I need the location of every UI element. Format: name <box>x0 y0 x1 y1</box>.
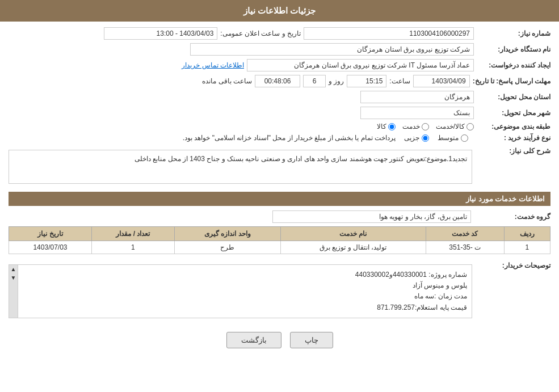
deadline-time-label: ساعت: <box>389 77 410 85</box>
description-label: شرح کلی نیاز: <box>477 145 550 155</box>
deadline-remaining-label: ساعت باقی مانده <box>202 77 252 85</box>
col-service-code: کد خدمت <box>426 227 504 241</box>
buyer-desc-label: توصیحات خریدار: <box>477 260 550 269</box>
process-label: نوع فرآیند خرید : <box>477 134 550 142</box>
cell-date: 1403/07/03 <box>9 241 92 254</box>
buyer-desc-row: توصیحات خریدار: ▲ ▼ شماره پروژه: 4403300… <box>9 260 550 323</box>
category-khedmat-item: خدمت <box>402 123 429 130</box>
buyer-desc-content-col: ▲ ▼ شماره پروژه: 440330001و440330002 پلو… <box>9 260 472 323</box>
main-content: شماره نیاز: 1103004106000297 تاریخ و ساع… <box>0 22 559 360</box>
buyer-desc-text: شماره پروژه: 440330001و440330002 پلوس و … <box>24 269 467 313</box>
scroll-down-icon[interactable]: ▼ <box>10 273 18 282</box>
process-jozii-radio[interactable] <box>422 134 429 142</box>
city-value: بستک <box>360 107 474 119</box>
buyer-org-value: شرکت توزیع نیروی برق استان هرمزگان <box>190 43 474 56</box>
creator-label: ایجاد کننده درخواست: <box>477 61 550 69</box>
province-row: استان محل تحویل: هرمزگان <box>9 91 550 103</box>
deadline-row: مهلت ارسال پاسخ: تا تاریخ: 1403/04/09 سا… <box>9 75 550 87</box>
deadline-remaining-value: 00:48:06 <box>255 75 300 87</box>
table-header-row: ردیف کد خدمت نام خدمت واحد اندازه گیری ت… <box>9 227 550 241</box>
button-row: چاپ بازگشت <box>9 326 550 354</box>
scroll-bar[interactable]: ▲ ▼ <box>9 265 18 318</box>
deadline-label: مهلت ارسال پاسخ: تا تاریخ: <box>473 77 550 85</box>
col-service-name: نام خدمت <box>280 227 426 241</box>
cell-service-name: تولید، انتقال و توزیع برق <box>280 241 426 254</box>
description-text: تجدید1.موضوع:تعویض کنتور جهت هوشمند سازی… <box>135 155 467 163</box>
print-button[interactable]: چاپ <box>290 332 333 348</box>
header-title: جزئیات اطلاعات نیاز <box>243 6 316 15</box>
creator-row: ایجاد کننده درخواست: عماد آذرسا مسئول IT… <box>9 59 550 71</box>
description-box: تجدید1.موضوع:تعویض کنتور جهت هوشمند سازی… <box>9 150 472 184</box>
contact-link[interactable]: اطلاعات تماس خریدار <box>182 61 244 69</box>
date-label: تاریخ و ساعت اعلان عمومی: <box>220 29 301 37</box>
deadline-days-label: روز و <box>329 77 344 85</box>
city-row: شهر محل تحویل: بستک <box>9 107 550 119</box>
category-label: طبقه بندی موضوعی: <box>477 123 550 130</box>
process-description: پرداخت تمام یا بخشی از مبلغ خریدار از مح… <box>9 134 396 142</box>
service-section-title: اطلاعات خدمات مورد نیاز <box>9 192 550 206</box>
deadline-days-value: 6 <box>303 75 326 87</box>
category-khedmat-label: خدمت <box>402 123 420 130</box>
buyer-description-box: ▲ ▼ شماره پروژه: 440330001و440330002 پلو… <box>9 264 472 318</box>
service-group-value: تامین برق، گاز، بخار و تهویه هوا <box>272 210 471 223</box>
city-label: شهر محل تحویل: <box>477 109 550 117</box>
col-unit: واحد اندازه گیری <box>174 227 280 241</box>
deadline-date-value: 1403/04/09 <box>413 75 470 87</box>
process-motavaset-label: متوسط <box>438 134 459 142</box>
service-group-row: گروه خدمت: تامین برق، گاز، بخار و تهویه … <box>9 210 550 223</box>
buyer-org-label: نام دستگاه خریدار: <box>477 45 550 53</box>
col-quantity: تعداد / مقدار <box>91 227 174 241</box>
service-group-label: گروه خدمت: <box>477 213 550 221</box>
need-number-label: شماره نیاز: <box>477 29 550 37</box>
back-button[interactable]: بازگشت <box>226 332 281 348</box>
category-kala-khedmat-label: کالا/خدمت <box>436 123 465 130</box>
category-row: طبقه بندی موضوعی: کالا/خدمت خدمت کالا <box>9 123 550 130</box>
creator-value: عماد آذرسا مسئول IT شرکت توزیع نیروی برق… <box>247 59 474 71</box>
buyer-desc-line1: شماره پروژه: 440330001و440330002 <box>24 269 467 280</box>
cell-service-code: ت -35-351 <box>426 241 504 254</box>
col-date: تاریخ نیاز <box>9 227 92 241</box>
category-kala-item: کالا <box>377 123 396 130</box>
buyer-desc-line3: مدت زمان :سه ماه <box>24 291 467 302</box>
category-kala-radio[interactable] <box>388 123 396 130</box>
cell-quantity: 1 <box>91 241 174 254</box>
page-wrapper: جزئیات اطلاعات نیاز شماره نیاز: 11030041… <box>0 0 559 392</box>
process-motavaset-item: متوسط <box>438 134 468 142</box>
category-kala-label: کالا <box>377 123 386 130</box>
scroll-up-icon[interactable]: ▲ <box>10 265 18 273</box>
deadline-time-value: 15:15 <box>347 75 386 87</box>
cell-row-num: 1 <box>504 241 550 254</box>
table-row: 1 ت -35-351 تولید، انتقال و توزیع برق طر… <box>9 241 550 254</box>
col-row-num: ردیف <box>504 227 550 241</box>
date-value: 1403/04/03 - 13:00 <box>104 27 217 40</box>
cell-unit: طرح <box>174 241 280 254</box>
province-label: استان محل تحویل: <box>477 93 550 101</box>
description-content-col: تجدید1.موضوع:تعویض کنتور جهت هوشمند سازی… <box>9 145 472 188</box>
buyer-desc-line4: قیمت پایه استعلام:871.799.257 <box>24 302 467 313</box>
process-motavaset-radio[interactable] <box>461 134 468 142</box>
category-radio-group: کالا/خدمت خدمت کالا <box>377 123 474 130</box>
need-number-row: شماره نیاز: 1103004106000297 تاریخ و ساع… <box>9 27 550 40</box>
process-jozii-label: جزیی <box>404 134 419 142</box>
province-value: هرمزگان <box>360 91 474 103</box>
category-kala-khedmat-item: کالا/خدمت <box>436 123 474 130</box>
buyer-desc-line2: پلوس و مینوس آزاد <box>24 280 467 291</box>
page-header: جزئیات اطلاعات نیاز <box>0 0 559 22</box>
service-table: ردیف کد خدمت نام خدمت واحد اندازه گیری ت… <box>9 226 550 254</box>
category-kala-khedmat-radio[interactable] <box>466 123 474 130</box>
process-jozii-item: جزیی <box>404 134 429 142</box>
process-row: نوع فرآیند خرید : متوسط جزیی پرداخت تمام… <box>9 134 550 142</box>
category-khedmat-radio[interactable] <box>422 123 429 130</box>
need-number-value: 1103004106000297 <box>304 27 474 40</box>
buyer-org-row: نام دستگاه خریدار: شرکت توزیع نیروی برق … <box>9 43 550 56</box>
description-row: شرح کلی نیاز: تجدید1.موضوع:تعویض کنتور ج… <box>9 145 550 188</box>
